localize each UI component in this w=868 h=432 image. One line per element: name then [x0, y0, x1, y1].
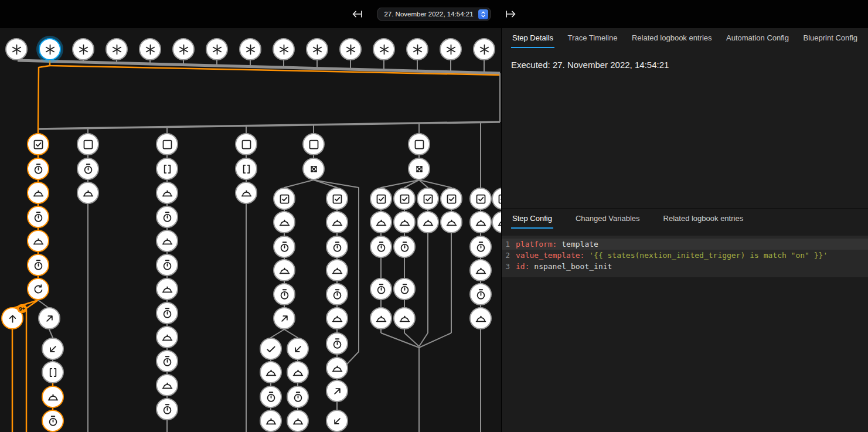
- node-service[interactable]: [27, 230, 49, 252]
- node-check-square[interactable]: [326, 188, 348, 210]
- node-timer[interactable]: [42, 410, 64, 432]
- node-service[interactable]: [370, 307, 392, 329]
- node-service[interactable]: [273, 211, 295, 233]
- node-check-square[interactable]: [440, 188, 462, 210]
- node-timer[interactable]: [326, 332, 348, 355]
- node-timer[interactable]: [156, 398, 178, 420]
- node-timer[interactable]: [393, 236, 416, 258]
- node-timer[interactable]: [156, 350, 178, 372]
- node-arrow-sw[interactable]: [42, 338, 64, 360]
- tab-blueprint-config[interactable]: Blueprint Config: [802, 28, 859, 48]
- node-asterisk[interactable]: [206, 38, 228, 60]
- node-timer[interactable]: [27, 254, 49, 276]
- node-check-square[interactable]: [393, 188, 416, 210]
- node-service[interactable]: [260, 361, 282, 383]
- node-check-square[interactable]: [417, 188, 439, 210]
- node-asterisk[interactable]: [306, 38, 328, 60]
- node-service[interactable]: [273, 259, 295, 281]
- node-arrow-up[interactable]: 9+: [1, 307, 23, 329]
- node-brackets[interactable]: [42, 361, 64, 383]
- node-square[interactable]: [408, 133, 430, 155]
- node-asterisk[interactable]: [105, 38, 128, 60]
- node-timer[interactable]: [393, 278, 416, 300]
- node-asterisk[interactable]: [273, 38, 295, 60]
- next-trace-button[interactable]: [502, 5, 520, 23]
- node-service[interactable]: [42, 386, 64, 408]
- node-arrow-ne[interactable]: [273, 307, 295, 329]
- node-check-square[interactable]: [370, 188, 392, 210]
- node-timer[interactable]: [326, 236, 348, 258]
- node-split[interactable]: [302, 158, 325, 180]
- node-timer[interactable]: [287, 386, 309, 408]
- node-service[interactable]: [326, 307, 348, 329]
- node-brackets[interactable]: [156, 158, 178, 180]
- node-check-square[interactable]: [469, 188, 492, 210]
- node-service[interactable]: [326, 211, 348, 233]
- node-service[interactable]: [417, 211, 439, 233]
- tab-changed-variables[interactable]: Changed Variables: [574, 209, 641, 229]
- node-service[interactable]: [27, 182, 49, 204]
- node-service[interactable]: [260, 410, 282, 432]
- node-service[interactable]: [235, 182, 257, 204]
- node-service[interactable]: [469, 211, 492, 233]
- node-service[interactable]: [440, 211, 462, 233]
- node-service[interactable]: [469, 259, 492, 281]
- node-timer[interactable]: [27, 206, 49, 228]
- node-timer[interactable]: [156, 206, 178, 228]
- node-service[interactable]: [156, 278, 178, 300]
- node-square[interactable]: [302, 133, 325, 155]
- node-split[interactable]: [408, 158, 430, 180]
- node-check-square[interactable]: [273, 188, 295, 210]
- previous-trace-button[interactable]: [348, 5, 366, 23]
- node-asterisk[interactable]: [139, 38, 161, 60]
- node-timer[interactable]: [156, 254, 178, 276]
- node-asterisk[interactable]: [5, 38, 28, 60]
- node-timer[interactable]: [27, 158, 49, 180]
- node-repeat[interactable]: [27, 278, 49, 300]
- node-timer[interactable]: [273, 283, 295, 305]
- node-service[interactable]: [156, 182, 178, 204]
- node-service[interactable]: [326, 259, 348, 281]
- node-check[interactable]: [260, 338, 282, 360]
- node-arrow-ne[interactable]: [326, 380, 348, 402]
- node-asterisk-selected[interactable]: [39, 38, 61, 60]
- node-timer[interactable]: [77, 158, 99, 180]
- node-service[interactable]: [77, 182, 99, 204]
- node-service[interactable]: [287, 410, 309, 432]
- node-brackets[interactable]: [235, 158, 257, 180]
- node-arrow-sw[interactable]: [287, 338, 309, 360]
- node-timer[interactable]: [469, 283, 492, 305]
- tab-trace-timeline[interactable]: Trace Timeline: [567, 28, 619, 48]
- trace-selector[interactable]: 27. November 2022, 14:54:21: [377, 8, 490, 21]
- tab-automation-config[interactable]: Automation Config: [725, 28, 790, 48]
- node-service[interactable]: [156, 326, 178, 348]
- node-asterisk[interactable]: [339, 38, 362, 60]
- node-service[interactable]: [393, 307, 416, 329]
- tab-related-logbook-entries[interactable]: Related logbook entries: [631, 28, 713, 48]
- node-service[interactable]: [156, 374, 178, 396]
- node-asterisk[interactable]: [239, 38, 261, 60]
- node-service[interactable]: [370, 211, 392, 233]
- node-asterisk[interactable]: [406, 38, 428, 60]
- node-service[interactable]: [326, 357, 348, 379]
- node-asterisk[interactable]: [172, 38, 195, 60]
- node-service[interactable]: [156, 230, 178, 252]
- tab-step-config[interactable]: Step Config: [511, 209, 553, 229]
- node-check-square[interactable]: [27, 133, 49, 155]
- node-timer[interactable]: [273, 236, 295, 258]
- node-timer[interactable]: [156, 302, 178, 324]
- node-square[interactable]: [156, 133, 178, 155]
- node-arrow-sw[interactable]: [326, 410, 348, 432]
- node-asterisk[interactable]: [440, 38, 462, 60]
- node-service[interactable]: [287, 361, 309, 383]
- node-timer[interactable]: [260, 386, 282, 408]
- node-timer[interactable]: [370, 278, 392, 300]
- tab-related-logbook-entries[interactable]: Related logbook entries: [662, 209, 745, 229]
- node-timer[interactable]: [469, 236, 492, 258]
- tab-step-details[interactable]: Step Details: [511, 28, 554, 48]
- node-arrow-ne[interactable]: [38, 307, 60, 329]
- node-service[interactable]: [469, 307, 492, 329]
- node-service[interactable]: [393, 211, 416, 233]
- node-timer[interactable]: [370, 236, 392, 258]
- node-asterisk[interactable]: [473, 38, 495, 60]
